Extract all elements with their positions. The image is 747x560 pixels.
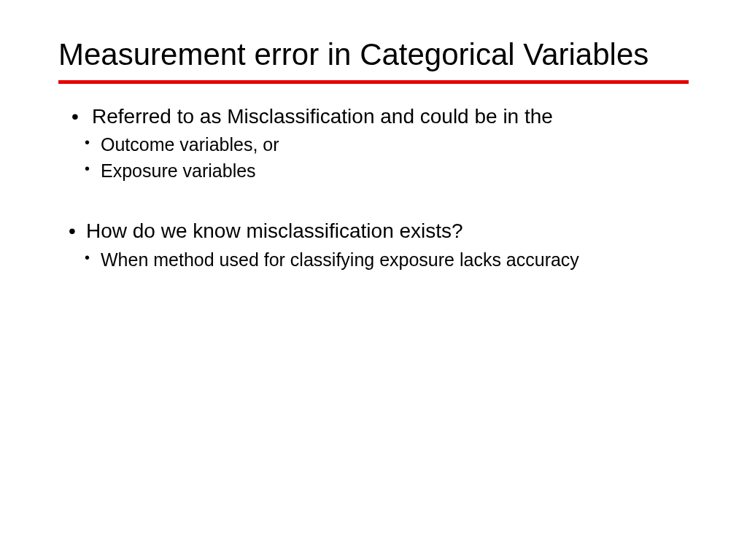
bullet-level2: When method used for classifying exposur… — [85, 248, 689, 273]
bullet-level1: How do we know misclassification exists? — [71, 217, 689, 245]
bullet-level2: Exposure variables — [85, 159, 689, 184]
bullet-list: Referred to as Misclassification and cou… — [71, 103, 689, 273]
slide: Measurement error in Categorical Variabl… — [0, 0, 747, 560]
spacer — [71, 185, 689, 217]
sub-bullet-list: Outcome variables, or Exposure variables — [71, 133, 689, 184]
bullet-level1: Referred to as Misclassification and cou… — [71, 103, 689, 131]
slide-content: Referred to as Misclassification and cou… — [58, 103, 689, 273]
title-divider — [58, 80, 689, 84]
sub-bullet-list: When method used for classifying exposur… — [71, 248, 689, 273]
slide-title: Measurement error in Categorical Variabl… — [58, 36, 689, 73]
bullet-level2: Outcome variables, or — [85, 133, 689, 158]
